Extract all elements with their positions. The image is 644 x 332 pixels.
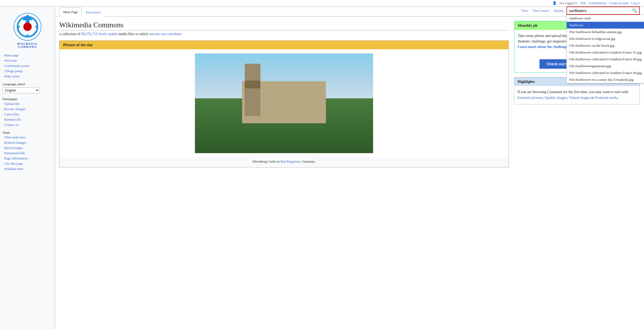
autocomplete-item[interactable]: File:Sunflowers cultivated in Southern F… xyxy=(567,56,644,63)
autocomplete-item[interactable]: File:Sunflowers cultivated in Southern F… xyxy=(567,49,644,56)
search-button[interactable]: 🔍 xyxy=(631,8,638,14)
sidebar-item-main-page[interactable]: Main page xyxy=(0,53,55,58)
tools-title: Tools xyxy=(0,130,55,135)
logo-text: WIKIMEDIA COMMONS xyxy=(17,42,38,49)
tab-view[interactable]: View xyxy=(520,9,530,13)
sidebar-item-community-portal[interactable]: Community portal xyxy=(0,63,55,68)
sidebar-item-special-pages[interactable]: Special pages xyxy=(0,145,55,151)
featured-pictures-link[interactable]: Featured pictures xyxy=(517,96,543,100)
sidebar-item-cite-this-page[interactable]: Cite this page xyxy=(0,161,55,166)
talk-link[interactable]: Talk xyxy=(580,1,586,5)
file-count-link[interactable]: 88,270,716 freely usable xyxy=(81,32,117,36)
search-box: 🔍 xyxy=(566,7,640,15)
autocomplete-item[interactable]: File:Sunflowers in Edgewood.jpg xyxy=(567,35,644,42)
sidebar-item-upload-file[interactable]: Upload file xyxy=(0,101,55,106)
sidebar-language-section: Language select English Deutsch Français… xyxy=(0,81,55,94)
log-in-link[interactable]: Log in xyxy=(631,1,640,5)
sidebar-item-contact-us[interactable]: Contact us xyxy=(0,122,55,127)
valued-images-link[interactable]: Valued images xyxy=(569,96,590,100)
language-select[interactable]: English Deutsch Français Español Italian… xyxy=(3,87,39,93)
quality-images-link[interactable]: Quality images xyxy=(545,96,567,100)
user-icon: 👤 xyxy=(553,1,557,5)
potd-caption: Ehrenberg Castle in Bad Rappenau, German… xyxy=(59,157,509,167)
tab-bar: Main Page Discussion View View source Hi… xyxy=(55,7,644,17)
content-area: Main Page Discussion View View source Hi… xyxy=(55,7,644,329)
sidebar-item-recent-changes[interactable]: Recent changes xyxy=(0,106,55,112)
sidebar-item-latest-files[interactable]: Latest files xyxy=(0,112,55,117)
mc-learn-more-link[interactable]: Learn more about the challenges! xyxy=(518,45,570,49)
autocomplete-item[interactable]: Sunflower xyxy=(567,22,644,29)
sidebar-navigation: Main page Welcome Community portal Villa… xyxy=(0,53,55,79)
autocomplete-item[interactable]: File:Sunflowers on the beach.jpg xyxy=(567,42,644,49)
castle-tower-left xyxy=(245,64,260,116)
autocomplete-item[interactable]: File:Sunflowers cultivated in Southern F… xyxy=(567,69,644,76)
sidebar-item-related-changes[interactable]: Related changes xyxy=(0,140,55,145)
potd-image[interactable] xyxy=(195,53,373,153)
sidebar-item-what-links-here[interactable]: What links here xyxy=(0,135,55,140)
main-content: Wikimedia Commons a collection of 88,270… xyxy=(55,17,644,329)
wikimedia-commons-logo xyxy=(13,12,42,41)
sidebar: WIKIMEDIA COMMONS Main page Welcome Comm… xyxy=(0,7,55,329)
sidebar-item-wikidata-item[interactable]: Wikidata item xyxy=(0,166,55,172)
not-logged-in-label: Not logged in xyxy=(559,1,577,5)
top-bar: 👤 Not logged in Talk Contributions Creat… xyxy=(0,0,644,7)
autocomplete-item[interactable]: File:Sunflowers on a sunny day (Unsplash… xyxy=(567,76,644,83)
contribute-link[interactable]: anyone can contribute xyxy=(149,32,182,36)
tab-view-source[interactable]: View source xyxy=(531,9,551,13)
logo-area: WIKIMEDIA COMMONS xyxy=(0,9,55,53)
search-input[interactable] xyxy=(568,8,631,14)
featured-media-link[interactable]: Featured media xyxy=(595,96,618,100)
autocomplete-item[interactable]: Sunflower seed xyxy=(567,15,644,22)
page-subtitle: a collection of 88,270,716 freely usable… xyxy=(59,32,509,36)
search-container: 🔍 Sunflower seedSunflowerFile:Sunflowers… xyxy=(566,7,640,15)
create-account-link[interactable]: Create account xyxy=(609,1,629,5)
sidebar-item-welcome[interactable]: Welcome xyxy=(0,58,55,63)
potd-image-wrapper xyxy=(59,49,509,157)
highlights-body: If you are browsing Commons for the firs… xyxy=(514,86,640,104)
tab-discussion[interactable]: Discussion xyxy=(82,8,105,17)
location-link[interactable]: Bad Rappenau xyxy=(280,159,300,163)
sidebar-item-village-pump[interactable]: Village pump xyxy=(0,68,55,74)
potd-header: Picture of the day xyxy=(59,41,509,49)
language-select-label: Language select xyxy=(0,81,55,87)
tab-history[interactable]: History xyxy=(552,9,565,13)
page-title: Wikimedia Commons xyxy=(59,21,509,30)
sidebar-item-random-file[interactable]: Random file xyxy=(0,117,55,122)
autocomplete-dropdown: Sunflower seedSunflowerFile:Sunflowers h… xyxy=(566,15,644,83)
contributions-link[interactable]: Contributions xyxy=(588,1,607,5)
left-column: Wikimedia Commons a collection of 88,270… xyxy=(59,21,509,325)
autocomplete-item[interactable]: File:Sunflowers helianthus annuus.jpg xyxy=(567,29,644,35)
castle-roof xyxy=(245,81,260,88)
tab-actions: View View source History 🔍 Sunflower see… xyxy=(520,7,640,16)
autocomplete-item[interactable]: File:Sunflowersagnaneamt.jpg xyxy=(567,63,644,69)
participate-title: Participate xyxy=(0,96,55,101)
sidebar-item-page-information[interactable]: Page information xyxy=(0,156,55,161)
sidebar-item-help-center[interactable]: Help center xyxy=(0,74,55,79)
sidebar-item-permanent-link[interactable]: Permanent link xyxy=(0,151,55,156)
tab-main-page[interactable]: Main Page xyxy=(59,8,82,17)
sidebar-participate: Participate Upload file Recent changes L… xyxy=(0,96,55,127)
svg-point-2 xyxy=(23,23,32,31)
sidebar-tools: Tools What links here Related changes Sp… xyxy=(0,130,55,172)
picture-of-the-day: Picture of the day Ehrenbe xyxy=(59,40,509,168)
